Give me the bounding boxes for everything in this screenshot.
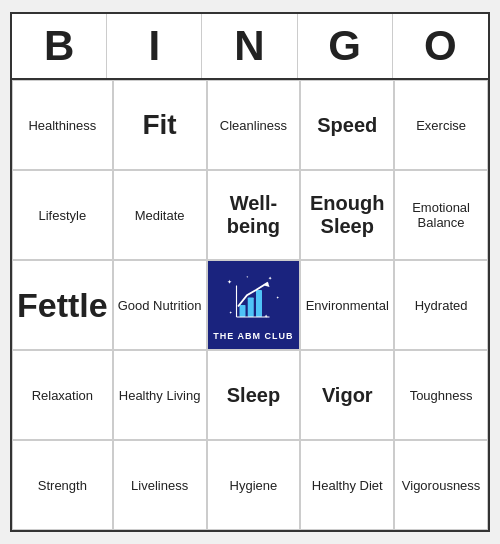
cell-text-24: Vigorousness: [402, 478, 481, 493]
bingo-cell-8: Enough Sleep: [300, 170, 394, 260]
cell-text-16: Healthy Living: [119, 388, 201, 403]
bingo-cell-19: Toughness: [394, 350, 488, 440]
bingo-cell-0: Healthiness: [12, 80, 113, 170]
cell-text-21: Liveliness: [131, 478, 188, 493]
bingo-grid: HealthinessFitCleanlinessSpeedExerciseLi…: [12, 80, 488, 530]
cell-text-5: Lifestyle: [38, 208, 86, 223]
bingo-cell-12: ✦ ✦ ✦ ✦ ✦ ✦: [207, 260, 301, 350]
svg-text:✦: ✦: [246, 275, 249, 279]
bingo-cell-6: Meditate: [113, 170, 207, 260]
cell-text-4: Exercise: [416, 118, 466, 133]
cell-text-10: Fettle: [17, 286, 108, 325]
svg-text:✦: ✦: [268, 276, 272, 281]
svg-text:✦: ✦: [227, 279, 232, 285]
cell-text-20: Strength: [38, 478, 87, 493]
cell-text-17: Sleep: [227, 384, 280, 407]
bingo-letter-o: O: [393, 14, 488, 78]
svg-rect-8: [248, 298, 254, 318]
svg-text:✦: ✦: [265, 313, 269, 319]
bingo-cell-13: Environmental: [300, 260, 394, 350]
bingo-header: BINGO: [12, 14, 488, 80]
bingo-cell-23: Healthy Diet: [300, 440, 394, 530]
bingo-cell-2: Cleanliness: [207, 80, 301, 170]
bingo-cell-7: Well-being: [207, 170, 301, 260]
cell-text-9: Emotional Balance: [399, 200, 483, 230]
svg-rect-7: [240, 305, 246, 317]
cell-text-6: Meditate: [135, 208, 185, 223]
bingo-cell-21: Liveliness: [113, 440, 207, 530]
cell-text-2: Cleanliness: [220, 118, 287, 133]
cell-text-3: Speed: [317, 114, 377, 137]
cell-text-19: Toughness: [410, 388, 473, 403]
bingo-cell-20: Strength: [12, 440, 113, 530]
bingo-cell-1: Fit: [113, 80, 207, 170]
cell-text-23: Healthy Diet: [312, 478, 383, 493]
free-space-content: ✦ ✦ ✦ ✦ ✦ ✦: [208, 261, 300, 349]
bingo-cell-22: Hygiene: [207, 440, 301, 530]
bingo-letter-n: N: [202, 14, 297, 78]
cell-text-0: Healthiness: [28, 118, 96, 133]
cell-text-13: Environmental: [306, 298, 389, 313]
bingo-cell-4: Exercise: [394, 80, 488, 170]
bingo-cell-10: Fettle: [12, 260, 113, 350]
bingo-cell-18: Vigor: [300, 350, 394, 440]
bingo-letter-b: B: [12, 14, 107, 78]
cell-text-15: Relaxation: [32, 388, 93, 403]
bingo-cell-5: Lifestyle: [12, 170, 113, 260]
bingo-cell-14: Hydrated: [394, 260, 488, 350]
bingo-cell-9: Emotional Balance: [394, 170, 488, 260]
bingo-cell-3: Speed: [300, 80, 394, 170]
bingo-letter-g: G: [298, 14, 393, 78]
bingo-cell-17: Sleep: [207, 350, 301, 440]
cell-text-11: Good Nutrition: [118, 298, 202, 313]
bingo-letter-i: I: [107, 14, 202, 78]
cell-text-14: Hydrated: [415, 298, 468, 313]
cell-text-1: Fit: [142, 109, 176, 141]
cell-text-22: Hygiene: [230, 478, 278, 493]
bingo-cell-24: Vigorousness: [394, 440, 488, 530]
cell-text-8: Enough Sleep: [305, 192, 389, 238]
bingo-cell-15: Relaxation: [12, 350, 113, 440]
bingo-cell-16: Healthy Living: [113, 350, 207, 440]
bingo-card: BINGO HealthinessFitCleanlinessSpeedExer…: [10, 12, 490, 532]
free-space-label: THE ABM CLUB: [213, 331, 293, 341]
svg-rect-9: [256, 290, 262, 317]
cell-text-18: Vigor: [322, 384, 373, 407]
bingo-cell-11: Good Nutrition: [113, 260, 207, 350]
cell-text-7: Well-being: [212, 192, 296, 238]
